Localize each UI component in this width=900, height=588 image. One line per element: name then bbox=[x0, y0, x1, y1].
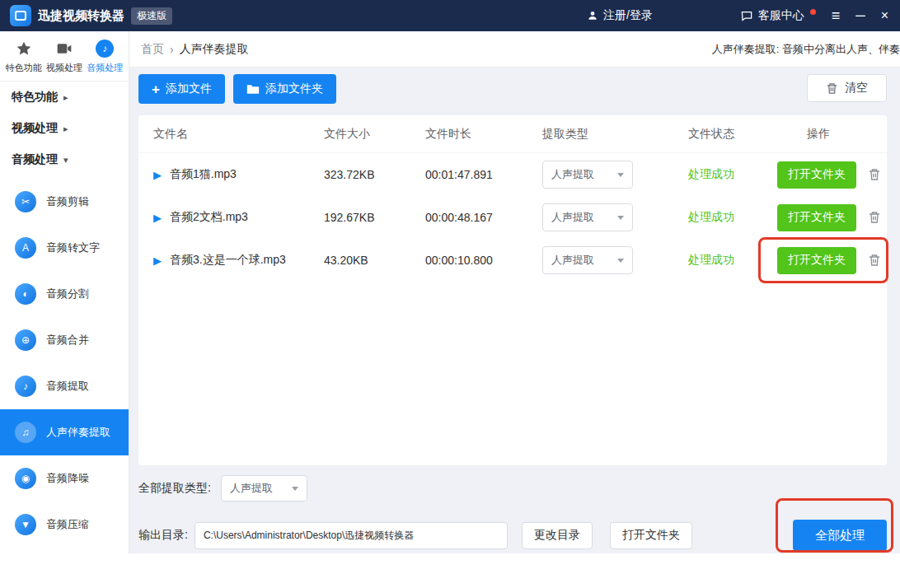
output-dir-label: 输出目录: bbox=[138, 528, 188, 543]
titlebar-controls: 客服中心 ≡ ─ × bbox=[740, 8, 888, 23]
audio-cut-icon: ✂ bbox=[15, 191, 36, 212]
chevron-down-icon bbox=[292, 487, 298, 494]
status-text: 处理成功 bbox=[678, 210, 777, 225]
play-icon[interactable]: ▶ bbox=[153, 169, 162, 181]
chat-icon bbox=[740, 10, 753, 22]
chevron-down-icon bbox=[617, 259, 624, 266]
chevron-right-icon: ▸ bbox=[63, 92, 68, 103]
header-extract-type: 提取类型 bbox=[542, 127, 678, 142]
breadcrumb-home[interactable]: 首页 bbox=[141, 42, 164, 57]
notification-dot bbox=[810, 9, 816, 15]
extract-type-select[interactable]: 人声提取 bbox=[542, 161, 633, 189]
edition-badge: 极速版 bbox=[131, 7, 172, 25]
plus-icon: + bbox=[152, 82, 160, 96]
file-name: 音频2文档.mp3 bbox=[170, 210, 248, 225]
breadcrumb: 首页 › 人声伴奏提取 人声伴奏提取: 音频中分离出人声、伴奏 bbox=[129, 31, 900, 68]
table-row: ▶ 音频2文档.mp3 192.67KB 00:00:48.167 人声提取 处… bbox=[138, 196, 887, 239]
feature-hint: 人声伴奏提取: 音频中分离出人声、伴奏 bbox=[712, 42, 900, 57]
audio-tools-list: ✂ 音频剪辑 A 音频转文字 ◐ 音频分割 ⊕ 音频合并 ♪ 音频提取 bbox=[0, 175, 129, 548]
audio-extract-icon: ♪ bbox=[15, 376, 36, 397]
login-button[interactable]: 注册/登录 bbox=[587, 8, 653, 23]
sidebar-tabs: 特色功能 视频处理 ♪ 音频处理 bbox=[0, 31, 129, 82]
trash-icon bbox=[826, 82, 838, 95]
file-duration: 00:01:47.891 bbox=[419, 168, 542, 181]
sidebar-item-vocal-extract[interactable]: ♫ 人声伴奏提取 bbox=[0, 409, 129, 455]
tab-video[interactable]: 视频处理 bbox=[44, 40, 84, 74]
menu-icon[interactable]: ≡ bbox=[832, 8, 841, 23]
chevron-right-icon: ▸ bbox=[63, 124, 68, 134]
folder-icon bbox=[246, 84, 260, 95]
breadcrumb-current: 人声伴奏提取 bbox=[180, 42, 249, 57]
section-audio[interactable]: 音频处理 ▾ bbox=[0, 144, 129, 175]
music-icon: ♪ bbox=[96, 40, 114, 58]
toolbar: + 添加文件 添加文件夹 清空 bbox=[138, 74, 887, 104]
tab-featured[interactable]: 特色功能 bbox=[3, 40, 44, 74]
table-row: ▶ 音频1猫.mp3 323.72KB 00:01:47.891 人声提取 处理… bbox=[138, 153, 887, 196]
process-all-button[interactable]: 全部处理 bbox=[793, 520, 887, 551]
file-name: 音频3.这是一个球.mp3 bbox=[170, 253, 286, 268]
add-folder-button[interactable]: 添加文件夹 bbox=[233, 74, 336, 104]
change-dir-button[interactable]: 更改目录 bbox=[522, 522, 593, 549]
video-icon bbox=[55, 40, 73, 58]
sidebar-item-audio-compress[interactable]: ▼ 音频压缩 bbox=[0, 502, 129, 548]
trash-icon[interactable] bbox=[868, 211, 881, 224]
file-name: 音频1猫.mp3 bbox=[170, 167, 237, 182]
sidebar-item-audio-split[interactable]: ◐ 音频分割 bbox=[0, 271, 129, 317]
user-icon bbox=[587, 10, 598, 21]
output-row: 输出目录: 更改目录 打开文件夹 全部处理 bbox=[138, 520, 887, 551]
section-featured[interactable]: 特色功能 ▸ bbox=[0, 82, 129, 113]
open-output-folder-button[interactable]: 打开文件夹 bbox=[610, 522, 692, 549]
open-folder-button[interactable]: 打开文件夹 bbox=[777, 247, 856, 274]
audio-merge-icon: ⊕ bbox=[15, 329, 36, 351]
close-icon[interactable]: × bbox=[881, 9, 888, 22]
chevron-down-icon bbox=[617, 173, 624, 180]
header-actions: 操作 bbox=[777, 127, 887, 142]
app-window: 迅捷视频转换器 极速版 注册/登录 客服中心 ≡ ─ × bbox=[0, 0, 900, 553]
app-logo-icon bbox=[10, 5, 31, 26]
open-folder-button[interactable]: 打开文件夹 bbox=[777, 204, 856, 231]
trash-icon[interactable] bbox=[868, 168, 881, 181]
clear-button[interactable]: 清空 bbox=[807, 74, 887, 102]
content-area: + 添加文件 添加文件夹 清空 文件名 文件大小 bbox=[129, 68, 900, 553]
sidebar-item-audio-to-text[interactable]: A 音频转文字 bbox=[0, 225, 129, 271]
sidebar: 特色功能 视频处理 ♪ 音频处理 特色功能 ▸ 视频处理 bbox=[0, 31, 129, 553]
header-filename: 文件名 bbox=[138, 127, 324, 142]
file-table: 文件名 文件大小 文件时长 提取类型 文件状态 操作 ▶ 音频1猫.mp3 32… bbox=[138, 115, 887, 465]
audio-compress-icon: ▼ bbox=[15, 514, 36, 535]
audio-split-icon: ◐ bbox=[15, 283, 36, 305]
table-header: 文件名 文件大小 文件时长 提取类型 文件状态 操作 bbox=[138, 115, 887, 153]
sidebar-item-audio-denoise[interactable]: ◉ 音频降噪 bbox=[0, 455, 129, 502]
trash-icon[interactable] bbox=[868, 254, 881, 267]
play-icon[interactable]: ▶ bbox=[153, 254, 162, 267]
audio-denoise-icon: ◉ bbox=[15, 468, 36, 489]
open-folder-button[interactable]: 打开文件夹 bbox=[777, 161, 856, 189]
sidebar-item-audio-cut[interactable]: ✂ 音频剪辑 bbox=[0, 179, 129, 225]
sidebar-item-audio-extract[interactable]: ♪ 音频提取 bbox=[0, 363, 129, 409]
extract-type-select[interactable]: 人声提取 bbox=[542, 246, 633, 274]
minimize-icon[interactable]: ─ bbox=[855, 9, 865, 22]
extract-type-select[interactable]: 人声提取 bbox=[542, 203, 633, 231]
app-title: 迅捷视频转换器 bbox=[38, 8, 124, 24]
output-path-input[interactable] bbox=[195, 522, 508, 549]
chevron-down-icon: ▾ bbox=[63, 155, 68, 166]
add-file-button[interactable]: + 添加文件 bbox=[138, 74, 225, 104]
support-center-button[interactable]: 客服中心 bbox=[740, 8, 816, 23]
play-icon[interactable]: ▶ bbox=[153, 212, 162, 224]
table-row: ▶ 音频3.这是一个球.mp3 43.20KB 00:00:10.800 人声提… bbox=[138, 239, 887, 282]
header-duration: 文件时长 bbox=[419, 127, 542, 142]
titlebar: 迅捷视频转换器 极速版 注册/登录 客服中心 ≡ ─ × bbox=[0, 0, 900, 31]
chevron-down-icon bbox=[617, 216, 624, 223]
header-status: 文件状态 bbox=[678, 127, 777, 142]
batch-type-row: 全部提取类型: 人声提取 bbox=[138, 475, 887, 502]
file-duration: 00:00:10.800 bbox=[419, 254, 542, 267]
file-size: 192.67KB bbox=[324, 211, 419, 224]
header-filesize: 文件大小 bbox=[324, 127, 419, 142]
tab-audio[interactable]: ♪ 音频处理 bbox=[85, 40, 125, 74]
batch-type-select[interactable]: 人声提取 bbox=[221, 475, 307, 502]
status-text: 处理成功 bbox=[678, 167, 777, 182]
sidebar-item-audio-merge[interactable]: ⊕ 音频合并 bbox=[0, 317, 129, 363]
audio-to-text-icon: A bbox=[15, 237, 36, 259]
breadcrumb-separator: › bbox=[170, 43, 174, 56]
section-video[interactable]: 视频处理 ▸ bbox=[0, 113, 129, 144]
file-duration: 00:00:48.167 bbox=[419, 211, 542, 224]
